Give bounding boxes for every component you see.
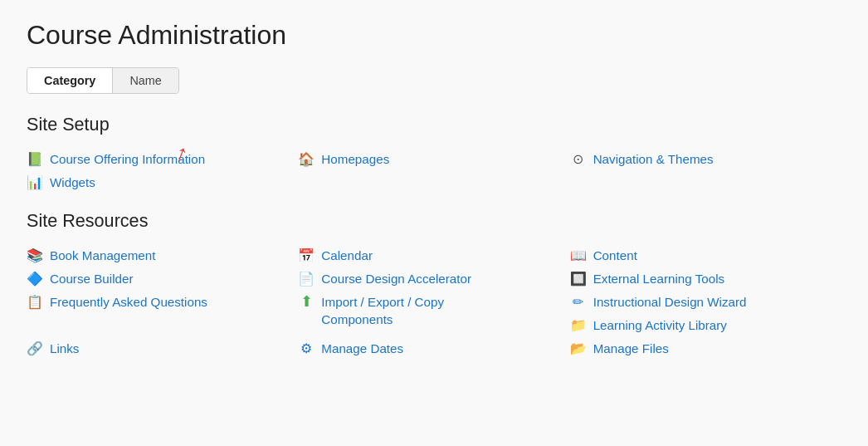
link-label: Course Offering Information	[50, 152, 205, 166]
link-manage-dates[interactable]: ⚙ Manage Dates	[298, 337, 569, 360]
site-setup-col-1: 📗 Course Offering Information ↑ 📊 Widget…	[27, 147, 298, 194]
link-label: Manage Files	[593, 341, 669, 355]
link-label: Navigation & Themes	[593, 152, 714, 166]
link-label: Homepages	[321, 152, 389, 166]
site-setup-col-3: ⊙ Navigation & Themes	[570, 147, 841, 194]
link-label: Book Management	[50, 248, 156, 262]
link-label: External Learning Tools	[593, 272, 724, 286]
link-course-builder[interactable]: 🔷 Course Builder	[27, 267, 298, 290]
manage-files-icon: 📂	[570, 340, 587, 356]
link-label: Import / Export / CopyComponents	[321, 293, 444, 329]
link-learning-activity-library[interactable]: 📁 Learning Activity Library	[570, 313, 841, 336]
link-label: Course Design Accelerator	[321, 272, 471, 286]
course-offering-icon: 📗	[27, 150, 43, 167]
link-book-management[interactable]: 📚 Book Management	[27, 243, 298, 267]
site-resources-col-2: 📅 Calendar 📄 Course Design Accelerator ⬆…	[298, 243, 569, 360]
link-manage-files[interactable]: 📂 Manage Files	[570, 336, 841, 360]
spacer-col1	[27, 313, 298, 336]
homepages-icon: 🏠	[298, 150, 315, 167]
tab-category[interactable]: Category	[27, 68, 113, 93]
site-setup-col-2: 🏠 Homepages	[298, 147, 569, 194]
link-calendar[interactable]: 📅 Calendar	[298, 243, 569, 267]
link-content[interactable]: 📖 Content	[570, 243, 841, 267]
link-label: Instructional Design Wizard	[593, 295, 747, 309]
import-export-icon: ⬆	[298, 293, 315, 310]
faq-icon: 📋	[27, 293, 43, 310]
link-course-offering-information[interactable]: 📗 Course Offering Information ↑	[27, 147, 298, 170]
site-resources-col-3: 📖 Content 🔲 External Learning Tools ✏ In…	[570, 243, 841, 360]
link-label: Widgets	[50, 175, 95, 189]
site-setup-grid: 📗 Course Offering Information ↑ 📊 Widget…	[27, 147, 841, 194]
manage-dates-icon: ⚙	[298, 341, 315, 357]
link-navigation-themes[interactable]: ⊙ Navigation & Themes	[570, 147, 841, 170]
site-resources-col-1: 📚 Book Management 🔷 Course Builder 📋 Fre…	[27, 243, 298, 360]
link-label: Content	[593, 248, 637, 262]
nav-themes-icon: ⊙	[570, 150, 587, 167]
link-label: Course Builder	[50, 272, 133, 286]
link-external-learning-tools[interactable]: 🔲 External Learning Tools	[570, 267, 841, 290]
content-icon: 📖	[570, 247, 587, 263]
page-title: Course Administration	[27, 20, 841, 51]
link-links[interactable]: 🔗 Links	[27, 336, 298, 360]
book-management-icon: 📚	[27, 247, 43, 263]
tab-name[interactable]: Name	[113, 68, 178, 93]
course-design-icon: 📄	[298, 270, 315, 287]
link-homepages[interactable]: 🏠 Homepages	[298, 147, 569, 170]
link-label: Links	[50, 341, 79, 355]
links-icon: 🔗	[27, 340, 43, 356]
link-course-design-accelerator[interactable]: 📄 Course Design Accelerator	[298, 267, 569, 290]
link-faq[interactable]: 📋 Frequently Asked Questions	[27, 290, 298, 313]
link-widgets[interactable]: 📊 Widgets	[27, 170, 298, 194]
link-label: Learning Activity Library	[593, 318, 727, 332]
widgets-icon: 📊	[27, 174, 43, 190]
site-resources-grid: 📚 Book Management 🔷 Course Builder 📋 Fre…	[27, 243, 841, 360]
learning-activity-icon: 📁	[570, 316, 587, 333]
section-title-site-resources: Site Resources	[27, 210, 841, 232]
calendar-icon: 📅	[298, 247, 315, 263]
link-label: Frequently Asked Questions	[50, 295, 207, 309]
section-title-site-setup: Site Setup	[27, 114, 841, 135]
link-label: Manage Dates	[321, 341, 403, 355]
external-learning-icon: 🔲	[570, 270, 587, 287]
instructional-design-icon: ✏	[570, 293, 587, 310]
tab-group: Category Name	[27, 67, 179, 94]
link-label: Calendar	[321, 248, 373, 262]
course-builder-icon: 🔷	[27, 270, 43, 287]
link-import-export[interactable]: ⬆ Import / Export / CopyComponents	[298, 290, 569, 332]
link-instructional-design-wizard[interactable]: ✏ Instructional Design Wizard	[570, 290, 841, 313]
